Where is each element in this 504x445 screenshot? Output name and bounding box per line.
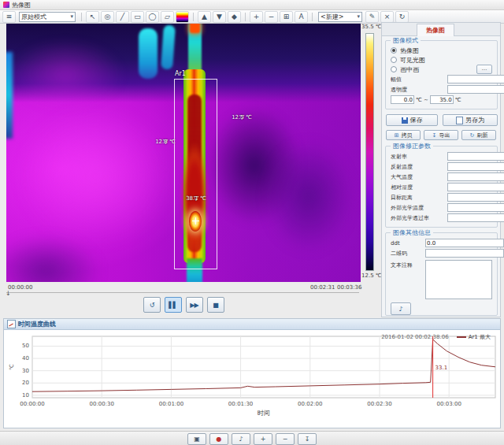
zoom-out-icon[interactable]: −	[265, 11, 278, 23]
temperature-chart[interactable]: 102030405000:00:0000:00:3000:01:0000:01:…	[4, 330, 502, 418]
svg-text:10: 10	[22, 392, 29, 399]
marker-label: 12.8 ℃	[155, 139, 176, 145]
group-title: 图像修正参数	[391, 142, 433, 150]
refresh-button[interactable]: ↻ 刷新	[461, 130, 496, 140]
export-button[interactable]: ↧	[298, 433, 317, 445]
blend-label: 幅值	[391, 76, 447, 83]
audio-button[interactable]: ♪	[232, 433, 250, 445]
line-tool-icon[interactable]: ╱	[116, 11, 129, 23]
panel-tab-row: 热像图	[382, 23, 500, 36]
info-input[interactable]	[425, 239, 504, 247]
mode-select[interactable]: 原始模式 ▾	[19, 12, 76, 22]
image-mode-option[interactable]: 画中画…	[387, 65, 495, 74]
radio-button[interactable]	[391, 66, 397, 72]
palette-icon[interactable]	[176, 11, 189, 23]
radio-label: 可见光图	[400, 56, 425, 65]
parameter-input[interactable]	[447, 213, 504, 222]
timeline-end: 00:03:36	[337, 284, 361, 291]
zoom-out-button[interactable]: −	[276, 433, 295, 445]
marker-min-icon[interactable]: ▼	[213, 11, 226, 23]
radio-button[interactable]	[391, 57, 397, 63]
info-row: ddt	[387, 238, 495, 248]
image-mode-option[interactable]: 热像图	[387, 46, 495, 55]
fast-forward-button[interactable]: ▶▶	[186, 297, 203, 313]
thermal-cold-object	[139, 28, 158, 79]
span-min-input[interactable]	[391, 95, 414, 104]
replay-button[interactable]: ↺	[143, 297, 161, 313]
roi-rectangle[interactable]	[174, 79, 217, 269]
audio-row: ♪	[387, 299, 495, 315]
note-row: 文本注释	[387, 258, 495, 299]
titlebar: 热像图	[0, 0, 504, 10]
new-select[interactable]: <新建> ▾	[318, 12, 362, 22]
chart-panel: 时间温度曲线 2016-01-02 00:02:38.06 Ar1 最大 102…	[3, 318, 501, 428]
parameter-input[interactable]	[447, 183, 504, 191]
toolbar-separator	[245, 13, 246, 21]
pip-config-button[interactable]: …	[476, 65, 492, 74]
zoom-in-icon[interactable]: +	[250, 11, 263, 23]
record-button[interactable]: ●	[209, 433, 228, 445]
edit-icon[interactable]: ✎	[365, 11, 379, 23]
zoom-in-button[interactable]: +	[254, 433, 272, 445]
parameter-row: 发射率	[387, 151, 495, 161]
marker-cursor-icon[interactable]: ◆	[228, 11, 241, 23]
thermal-image[interactable]: Ar1 ▽12.8 ℃▽12.5 ℃▽38.1 ℃	[6, 24, 361, 282]
parameter-input[interactable]	[447, 152, 504, 161]
refresh-icon: ↻	[470, 132, 475, 139]
menu-icon[interactable]: ≡	[2, 11, 16, 23]
parameter-input[interactable]	[447, 172, 504, 181]
spot-tool-icon[interactable]: ◎	[101, 11, 114, 23]
save-as-button[interactable]: 另存为	[443, 114, 498, 126]
save-actions: 保存 另存为	[386, 114, 498, 126]
stop-button[interactable]: ■	[207, 297, 224, 313]
tab-thermal-image[interactable]: 热像图	[417, 24, 454, 36]
refresh-icon[interactable]: ↻	[395, 11, 409, 23]
new-select-value: <新建>	[321, 13, 343, 21]
rect-tool-icon[interactable]: ▭	[131, 11, 144, 23]
info-input[interactable]	[425, 249, 504, 258]
text-tool-icon[interactable]: A	[295, 11, 308, 23]
chart-meta: 2016-01-02 00:02:38.06 Ar1 最大	[381, 333, 491, 341]
blend-input[interactable]	[447, 75, 504, 83]
parameter-label: 相对湿度	[391, 184, 447, 191]
parameter-input[interactable]	[447, 162, 504, 171]
camera-button[interactable]: ▣	[187, 433, 206, 445]
transparency-row: 透明度	[387, 84, 495, 95]
grid-icon[interactable]: ⊞	[280, 11, 293, 23]
pause-button[interactable]: ▌▌	[165, 297, 182, 313]
bottom-toolbar: ▣●♪+−↧	[0, 431, 504, 445]
marker-max-icon[interactable]: ▲	[198, 11, 211, 23]
temperature-colorbar[interactable]	[365, 33, 374, 271]
chart-title: 时间温度曲线	[18, 320, 56, 328]
svg-text:时间: 时间	[258, 410, 270, 417]
image-mode-option[interactable]: 可见光图	[387, 55, 495, 65]
save-as-label: 另存为	[465, 116, 484, 124]
delete-icon[interactable]: ×	[380, 11, 394, 23]
timeline-scrubber[interactable]	[6, 292, 359, 293]
image-mode-group: 图像模式 热像图可见光图画中画… 幅值 透明度 ℃ ~ ℃	[385, 40, 498, 109]
ellipse-tool-icon[interactable]: ◯	[146, 11, 159, 23]
toolbar-separator	[193, 13, 194, 21]
span-max-input[interactable]	[430, 95, 454, 104]
thermal-dark-blob	[6, 235, 101, 282]
cursor-tool-icon[interactable]: ↖	[86, 11, 99, 23]
chart-header: 时间温度曲线	[4, 319, 500, 330]
note-textarea[interactable]	[425, 260, 492, 299]
radio-button[interactable]	[391, 47, 397, 54]
svg-text:00:01:30: 00:01:30	[228, 401, 253, 407]
transparency-input[interactable]	[447, 85, 504, 94]
copy-button[interactable]: ⊞ 拷贝	[386, 130, 421, 140]
polygon-tool-icon[interactable]: ▱	[161, 11, 174, 23]
timeline-playhead-icon[interactable]: ↓	[6, 290, 11, 297]
thermal-topleft-glow	[6, 39, 124, 110]
export-button[interactable]: ↧ 导出	[424, 130, 458, 140]
parameter-input[interactable]	[447, 193, 504, 202]
toolbar-separator	[312, 13, 313, 21]
playback-controls: ↺▌▌▶▶■	[6, 297, 361, 313]
marker-label: 12.5 ℃	[232, 114, 252, 121]
parameter-label: 外部光学透过率	[391, 214, 447, 222]
parameter-input[interactable]	[447, 203, 504, 212]
save-button[interactable]: 保存	[386, 114, 438, 126]
temperature-span-row: ℃ ~ ℃	[387, 95, 495, 105]
audio-note-button[interactable]: ♪	[391, 302, 411, 315]
